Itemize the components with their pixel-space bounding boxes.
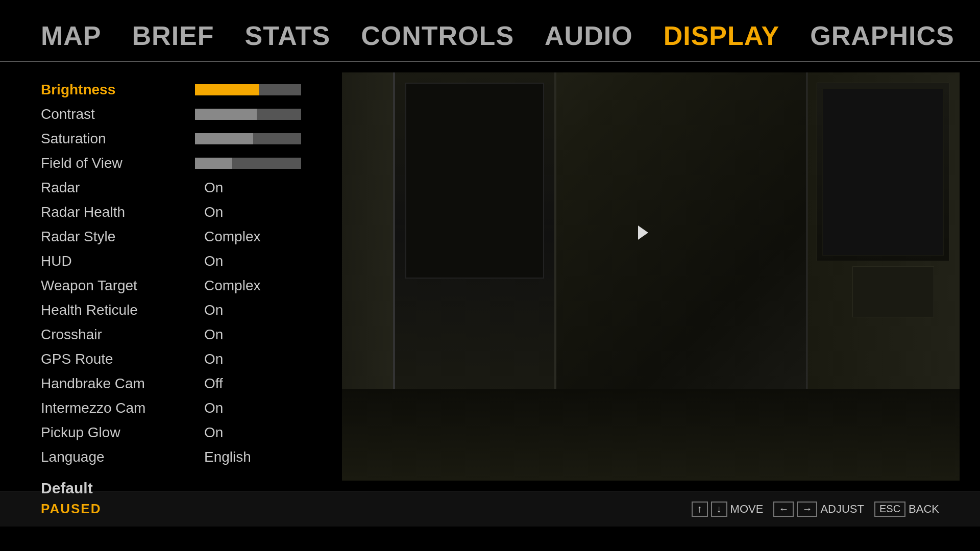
setting-row-saturation[interactable]: Saturation (41, 127, 301, 151)
cursor-arrow (638, 226, 648, 240)
nav-bar: Map Brief Stats Controls Audio Display G… (0, 0, 980, 62)
setting-row-contrast[interactable]: Contrast (41, 102, 301, 127)
contrast-fill (195, 109, 257, 120)
adjust-label: ADJUST (820, 503, 864, 516)
scene-cabinet-inner (822, 88, 944, 256)
saturation-fill (195, 133, 253, 144)
paused-label: PAUSED (41, 501, 101, 517)
scene-background (342, 72, 960, 481)
back-label: BACK (909, 503, 939, 516)
setting-value-pickup-glow: On (204, 424, 223, 441)
move-hint: ↑ ↓ MOVE (692, 502, 764, 517)
setting-row-hud[interactable]: HUD On (41, 249, 301, 273)
scene-door-inner (405, 83, 544, 279)
controls-hint: ↑ ↓ MOVE ← → ADJUST ESC BACK (692, 502, 939, 517)
setting-value-health-reticule: On (204, 302, 223, 318)
setting-row-brightness[interactable]: Brightness (41, 78, 301, 102)
setting-label-pickup-glow: Pickup Glow (41, 424, 204, 441)
setting-label-contrast: Contrast (41, 106, 195, 122)
setting-value-hud: On (204, 253, 223, 269)
setting-value-radar-style: Complex (204, 229, 260, 245)
setting-row-fov[interactable]: Field of View (41, 151, 301, 176)
setting-label-crosshair: Crosshair (41, 327, 204, 343)
nav-controls[interactable]: Controls (361, 20, 514, 51)
scene-floor (342, 389, 960, 481)
nav-audio[interactable]: Audio (545, 20, 633, 51)
left-arrow-key: ← (773, 502, 794, 517)
setting-label-brightness: Brightness (41, 82, 195, 98)
setting-value-radar: On (204, 180, 223, 196)
setting-label-saturation: Saturation (41, 131, 195, 147)
setting-value-radar-health: On (204, 204, 223, 220)
move-label: MOVE (730, 503, 764, 516)
setting-value-crosshair: On (204, 327, 223, 343)
scene-appliance (852, 266, 934, 317)
setting-row-gps-route[interactable]: GPS Route On (41, 347, 301, 371)
nav-display[interactable]: Display (664, 20, 780, 51)
setting-row-health-reticule[interactable]: Health Reticule On (41, 298, 301, 322)
setting-row-radar-health[interactable]: Radar Health On (41, 200, 301, 224)
fov-slider[interactable] (195, 158, 301, 169)
default-button[interactable]: Default (41, 480, 301, 497)
down-arrow-key: ↓ (711, 502, 727, 517)
settings-panel: Brightness Contrast Saturation Field of … (0, 62, 342, 491)
setting-value-weapon-target: Complex (204, 278, 260, 294)
setting-label-handbrake-cam: Handbrake Cam (41, 375, 204, 392)
setting-row-radar-style[interactable]: Radar Style Complex (41, 224, 301, 249)
nav-stats[interactable]: Stats (245, 20, 331, 51)
fov-fill (195, 158, 232, 169)
setting-label-health-reticule: Health Reticule (41, 302, 204, 318)
setting-row-pickup-glow[interactable]: Pickup Glow On (41, 420, 301, 445)
main-content: Brightness Contrast Saturation Field of … (0, 62, 980, 491)
scene-door (393, 72, 556, 399)
setting-row-crosshair[interactable]: Crosshair On (41, 322, 301, 347)
right-arrow-key: → (797, 502, 817, 517)
setting-label-radar-health: Radar Health (41, 204, 204, 220)
setting-label-fov: Field of View (41, 155, 195, 171)
setting-row-intermezzo-cam[interactable]: Intermezzo Cam On (41, 396, 301, 420)
esc-key: ESC (874, 502, 905, 517)
setting-label-language: Language (41, 449, 204, 465)
saturation-slider[interactable] (195, 133, 301, 144)
brightness-fill (195, 84, 259, 95)
setting-value-language: English (204, 449, 251, 465)
preview-area (342, 72, 960, 481)
setting-row-language[interactable]: Language English (41, 445, 301, 469)
nav-brief[interactable]: Brief (132, 20, 214, 51)
up-arrow-key: ↑ (692, 502, 708, 517)
setting-label-hud: HUD (41, 253, 204, 269)
setting-value-intermezzo-cam: On (204, 400, 223, 416)
nav-graphics[interactable]: Graphics (810, 20, 954, 51)
setting-label-weapon-target: Weapon Target (41, 278, 204, 294)
setting-value-gps-route: On (204, 351, 223, 367)
setting-value-handbrake-cam: Off (204, 375, 223, 392)
nav-map[interactable]: Map (41, 20, 102, 51)
back-hint: ESC BACK (874, 502, 939, 517)
setting-label-gps-route: GPS Route (41, 351, 204, 367)
setting-label-radar: Radar (41, 180, 204, 196)
setting-label-radar-style: Radar Style (41, 229, 204, 245)
brightness-slider[interactable] (195, 84, 301, 95)
contrast-slider[interactable] (195, 109, 301, 120)
setting-row-radar[interactable]: Radar On (41, 176, 301, 200)
setting-label-intermezzo-cam: Intermezzo Cam (41, 400, 204, 416)
setting-row-handbrake-cam[interactable]: Handbrake Cam Off (41, 371, 301, 396)
setting-row-weapon-target[interactable]: Weapon Target Complex (41, 273, 301, 298)
scene-cabinet (817, 83, 949, 261)
adjust-hint: ← → ADJUST (773, 502, 864, 517)
